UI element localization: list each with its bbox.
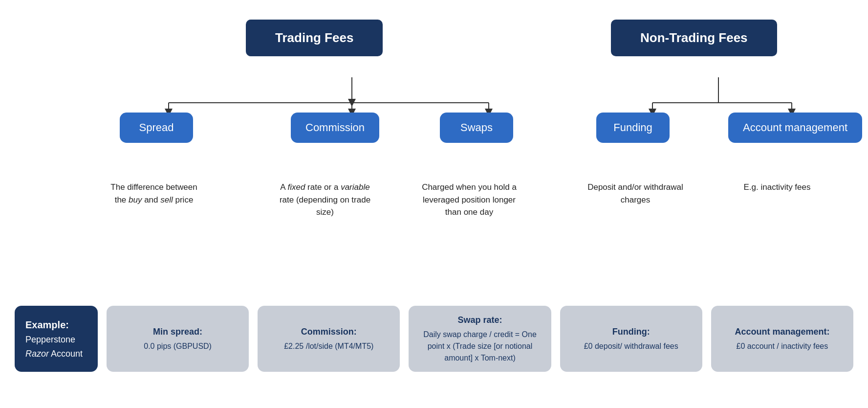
swap-rate-label: Swap rate: — [418, 314, 541, 327]
trading-fees-box: Trading Fees — [246, 20, 383, 56]
trading-fees-title: Trading Fees — [275, 30, 353, 45]
commission-data-value: £2.25 /lot/side (MT4/MT5) — [267, 340, 390, 352]
spread-description: The difference between the buy and sell … — [105, 181, 203, 206]
commission-box: Commission — [291, 113, 379, 143]
min-spread-label: Min spread: — [116, 325, 239, 339]
funding-data-box: Funding: £0 deposit/ withdrawal fees — [560, 306, 702, 372]
min-spread-box: Min spread: 0.0 pips (GBPUSD) — [107, 306, 249, 372]
spread-box: Spread — [120, 113, 193, 143]
bottom-row: Example: Pepperstone Razor Account Min s… — [0, 306, 868, 372]
funding-box: Funding — [596, 113, 670, 143]
funding-data-label: Funding: — [570, 325, 693, 339]
swap-rate-box: Swap rate: Daily swap charge / credit = … — [409, 306, 551, 372]
non-trading-fees-box: Non-Trading Fees — [611, 20, 777, 56]
non-trading-fees-title: Non-Trading Fees — [640, 30, 748, 45]
account-management-label: Account management — [743, 121, 847, 134]
swap-rate-value: Daily swap charge / credit = One point x… — [418, 329, 541, 364]
swaps-description: Charged when you hold a leveraged positi… — [420, 181, 518, 219]
account-management-data-box: Account management: £0 account / inactiv… — [711, 306, 853, 372]
spread-label: Spread — [139, 121, 174, 134]
min-spread-value: 0.0 pips (GBPUSD) — [116, 340, 239, 352]
commission-data-box: Commission: £2.25 /lot/side (MT4/MT5) — [258, 306, 400, 372]
example-box: Example: Pepperstone Razor Account — [15, 306, 98, 372]
swaps-label: Swaps — [460, 121, 493, 134]
account-management-box: Account management — [728, 113, 862, 143]
commission-data-label: Commission: — [267, 325, 390, 339]
commission-label: Commission — [305, 121, 365, 134]
funding-label: Funding — [613, 121, 652, 134]
funding-data-value: £0 deposit/ withdrawal fees — [570, 340, 693, 352]
commission-description: A fixed rate or a variable rate (dependi… — [276, 181, 374, 219]
swaps-box: Swaps — [440, 113, 513, 143]
funding-description: Deposit and/or withdrawal charges — [586, 181, 684, 206]
account-management-description: E.g. inactivity fees — [728, 181, 826, 194]
account-management-data-label: Account management: — [721, 325, 844, 339]
example-label: Example: — [25, 317, 87, 333]
account-management-data-value: £0 account / inactivity fees — [721, 340, 844, 352]
example-name: Pepperstone Razor Account — [25, 333, 87, 361]
diagram-container: Trading Fees Non-Trading Fees Spread Com… — [0, 0, 868, 408]
